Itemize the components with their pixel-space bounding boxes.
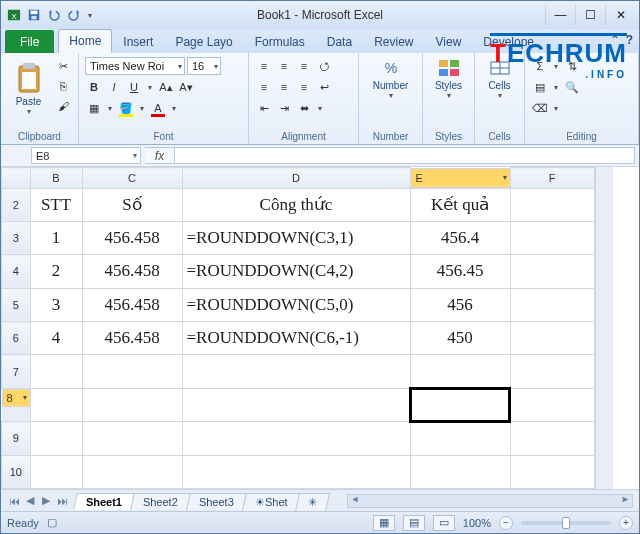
- cell[interactable]: [182, 422, 410, 455]
- cell[interactable]: [510, 388, 594, 421]
- save-icon[interactable]: [25, 6, 43, 24]
- cell[interactable]: [30, 455, 82, 489]
- cell[interactable]: 456.458: [82, 322, 182, 355]
- cell[interactable]: 456.4: [410, 221, 510, 254]
- row-header[interactable]: 6: [2, 322, 31, 355]
- cell[interactable]: 456: [410, 288, 510, 321]
- horizontal-scrollbar[interactable]: [347, 494, 633, 508]
- tab-review[interactable]: Review: [363, 30, 424, 53]
- cell[interactable]: [30, 388, 82, 421]
- cell[interactable]: [182, 388, 410, 421]
- row-header[interactable]: 2: [2, 188, 31, 221]
- close-button[interactable]: ✕: [605, 5, 635, 25]
- cell[interactable]: [510, 355, 594, 388]
- cell[interactable]: 3: [30, 288, 82, 321]
- col-header-b[interactable]: B: [30, 168, 82, 189]
- zoom-level[interactable]: 100%: [463, 517, 491, 529]
- zoom-out-button[interactable]: −: [499, 516, 513, 530]
- sheet-tab-4[interactable]: ☀ Shet: [242, 493, 300, 511]
- decrease-font-icon[interactable]: A▾: [177, 78, 195, 96]
- decrease-indent-icon[interactable]: ⇤: [255, 99, 273, 117]
- row-header[interactable]: 5: [2, 288, 31, 321]
- tab-home[interactable]: Home: [58, 29, 112, 53]
- cell[interactable]: =ROUNDDOWN(C6,-1): [182, 322, 410, 355]
- cell[interactable]: =ROUNDDOWN(C3,1): [182, 221, 410, 254]
- zoom-slider[interactable]: [521, 521, 611, 525]
- sheet-tab-2[interactable]: Sheet2: [130, 493, 190, 510]
- number-format-button[interactable]: % Number▾: [367, 57, 415, 101]
- align-center-icon[interactable]: ≡: [275, 78, 293, 96]
- sheet-tab-1[interactable]: Sheet1: [73, 493, 135, 510]
- tab-data[interactable]: Data: [316, 30, 363, 53]
- fill-icon[interactable]: ▤: [531, 78, 549, 96]
- align-right-icon[interactable]: ≡: [295, 78, 313, 96]
- row-header[interactable]: 4: [2, 255, 31, 288]
- cell[interactable]: 456.458: [82, 288, 182, 321]
- cell[interactable]: [182, 355, 410, 388]
- cell[interactable]: [30, 355, 82, 388]
- fill-color-button[interactable]: 🪣: [117, 99, 135, 117]
- tab-view[interactable]: View: [425, 30, 473, 53]
- select-all-corner[interactable]: [2, 168, 31, 189]
- font-color-button[interactable]: A: [149, 99, 167, 117]
- view-page-break-icon[interactable]: ▭: [433, 515, 455, 531]
- cell[interactable]: [30, 422, 82, 455]
- cell[interactable]: Kết quả: [410, 188, 510, 221]
- increase-font-icon[interactable]: A▴: [157, 78, 175, 96]
- cell[interactable]: [410, 455, 510, 489]
- col-header-f[interactable]: F: [510, 168, 594, 189]
- underline-button[interactable]: U: [125, 78, 143, 96]
- cell[interactable]: [510, 221, 594, 254]
- cell[interactable]: 456.45: [410, 255, 510, 288]
- formula-input[interactable]: [175, 147, 635, 164]
- col-header-d[interactable]: D: [182, 168, 410, 189]
- col-header-e[interactable]: E: [411, 168, 510, 188]
- name-box[interactable]: E8: [31, 147, 141, 164]
- wrap-text-icon[interactable]: ↩: [315, 78, 333, 96]
- macro-record-icon[interactable]: ▢: [47, 516, 57, 529]
- row-header[interactable]: 3: [2, 221, 31, 254]
- cell[interactable]: [410, 422, 510, 455]
- italic-button[interactable]: I: [105, 78, 123, 96]
- increase-indent-icon[interactable]: ⇥: [275, 99, 293, 117]
- cell[interactable]: [510, 455, 594, 489]
- cell[interactable]: Số: [82, 188, 182, 221]
- orientation-icon[interactable]: ⭯: [315, 57, 333, 75]
- undo-icon[interactable]: [45, 6, 63, 24]
- cell[interactable]: [182, 455, 410, 489]
- border-button[interactable]: ▦: [85, 99, 103, 117]
- sheet-nav-first-icon[interactable]: ⏮: [7, 494, 21, 508]
- merge-center-icon[interactable]: ⬌: [295, 99, 313, 117]
- cell[interactable]: =ROUNDDOWN(C5,0): [182, 288, 410, 321]
- align-top-icon[interactable]: ≡: [255, 57, 273, 75]
- cell[interactable]: [510, 255, 594, 288]
- row-header[interactable]: 9: [2, 422, 31, 455]
- font-size-select[interactable]: 16: [187, 57, 221, 75]
- cell[interactable]: [510, 422, 594, 455]
- cell[interactable]: STT: [30, 188, 82, 221]
- cell[interactable]: 4: [30, 322, 82, 355]
- copy-icon[interactable]: ⎘: [54, 77, 72, 95]
- cell[interactable]: 456.458: [82, 221, 182, 254]
- cell[interactable]: =ROUNDDOWN(C4,2): [182, 255, 410, 288]
- clear-icon[interactable]: ⌫: [531, 99, 549, 117]
- align-middle-icon[interactable]: ≡: [275, 57, 293, 75]
- cell[interactable]: [410, 355, 510, 388]
- format-painter-icon[interactable]: 🖌: [54, 97, 72, 115]
- row-header[interactable]: 8: [2, 389, 30, 407]
- cell[interactable]: [82, 455, 182, 489]
- bold-button[interactable]: B: [85, 78, 103, 96]
- cut-icon[interactable]: ✂: [54, 57, 72, 75]
- align-left-icon[interactable]: ≡: [255, 78, 273, 96]
- cell[interactable]: 2: [30, 255, 82, 288]
- cell[interactable]: [510, 322, 594, 355]
- cell[interactable]: 456.458: [82, 255, 182, 288]
- tab-formulas[interactable]: Formulas: [244, 30, 316, 53]
- tab-page-layout[interactable]: Page Layo: [164, 30, 243, 53]
- zoom-in-button[interactable]: +: [619, 516, 633, 530]
- row-header[interactable]: 10: [2, 455, 31, 489]
- find-select-icon[interactable]: 🔍: [563, 78, 581, 96]
- minimize-button[interactable]: —: [545, 5, 575, 25]
- sheet-nav-next-icon[interactable]: ▶: [39, 494, 53, 508]
- sheet-nav-prev-icon[interactable]: ◀: [23, 494, 37, 508]
